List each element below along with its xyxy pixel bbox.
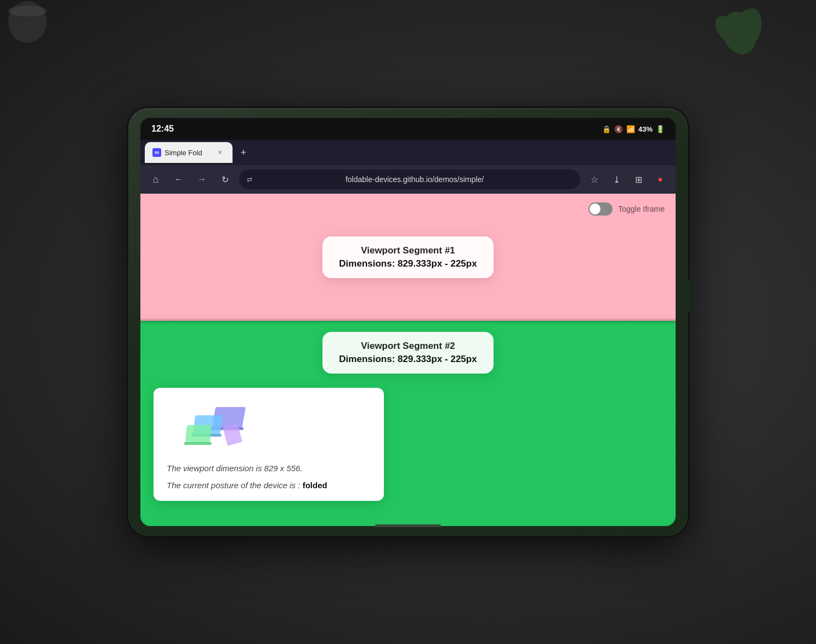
bookmark-button[interactable]: ☆ [586,171,603,188]
segment2-content: Viewport Segment #2 Dimensions: 829.333p… [140,321,676,526]
lock-icon: 🔒 [602,125,611,133]
toggle-iframe-switch[interactable] [588,202,613,216]
forward-button[interactable]: → [193,171,211,188]
screen-top: 12:45 🔒 🔇 📶 43% 🔋 m Sim [140,118,676,321]
devices-svg [178,399,254,454]
status-icons: 🔒 🔇 📶 43% 🔋 [602,125,665,133]
info-card: The viewport dimension is 829 x 556. The… [154,388,384,501]
address-bar[interactable]: ⇄ foldable-devices.github.io/demos/simpl… [239,170,580,189]
nav-bar: ⌂ ← → ↻ ⇄ foldable-devices.github.io/dem… [140,165,676,194]
device-illustration [167,399,371,454]
svg-rect-10 [185,425,212,443]
svg-point-5 [8,5,47,16]
silent-icon: 🔇 [614,125,623,133]
tab-favicon: m [152,148,161,157]
tab-grid-button[interactable]: ⊞ [630,171,647,188]
svg-rect-11 [184,442,212,445]
download-button[interactable]: ⤓ [608,171,625,188]
site-info-icon: ⇄ [247,176,252,183]
toggle-label: Toggle Iframe [618,205,665,213]
segment1-title: Viewport Segment #1 [339,245,477,256]
device-shell: 12:45 🔒 🔇 📶 43% 🔋 m Sim [128,108,688,536]
battery-icon: 🔋 [656,125,665,133]
home-indicator [375,524,441,527]
toggle-area: Toggle Iframe [588,202,665,216]
posture-value: folded [303,481,327,490]
segment1-box: Viewport Segment #1 Dimensions: 829.333p… [322,236,493,278]
home-button[interactable]: ⌂ [147,171,165,188]
fold-shadow-bottom [140,321,676,324]
battery-text: 43% [638,125,653,133]
status-time: 12:45 [151,124,174,134]
overflow-button[interactable]: ● [651,171,669,188]
segment2-dimensions: Dimensions: 829.333px - 225px [339,354,477,365]
nav-actions: ☆ ⤓ ⊞ ● [586,171,669,188]
status-bar: 12:45 🔒 🔇 📶 43% 🔋 [140,118,676,140]
posture-label: The current posture of the device is : [167,481,300,490]
reload-button[interactable]: ↻ [216,171,234,188]
device-wrapper: 12:45 🔒 🔇 📶 43% 🔋 m Sim [106,81,710,563]
segment2-box: Viewport Segment #2 Dimensions: 829.333p… [322,332,493,374]
back-button[interactable]: ← [170,171,188,188]
segment1-content: Toggle Iframe Viewport Segment #1 Dimens… [140,194,676,321]
posture-text: The current posture of the device is : f… [167,481,371,490]
segment2-title: Viewport Segment #2 [339,341,477,352]
tab-close-button[interactable]: × [215,148,225,157]
url-text: foldable-devices.github.io/demos/simple/ [257,175,573,184]
add-tab-button[interactable]: + [235,144,252,161]
viewport-dimension-text: The viewport dimension is 829 x 556. [167,462,371,475]
screen: 12:45 🔒 🔇 📶 43% 🔋 m Sim [140,118,676,526]
cup-decoration [0,0,66,44]
plant-decoration [706,0,772,55]
wifi-icon: 📶 [626,125,635,133]
screen-bottom: Viewport Segment #2 Dimensions: 829.333p… [140,321,676,526]
segment1-dimensions: Dimensions: 829.333px - 225px [339,258,477,269]
tab-title: Simple Fold [165,149,202,157]
active-tab[interactable]: m Simple Fold × [145,142,233,163]
segment2-wrapper: Viewport Segment #2 Dimensions: 829.333p… [154,332,662,374]
side-handle [687,279,691,312]
tab-bar: m Simple Fold × + [140,140,676,165]
